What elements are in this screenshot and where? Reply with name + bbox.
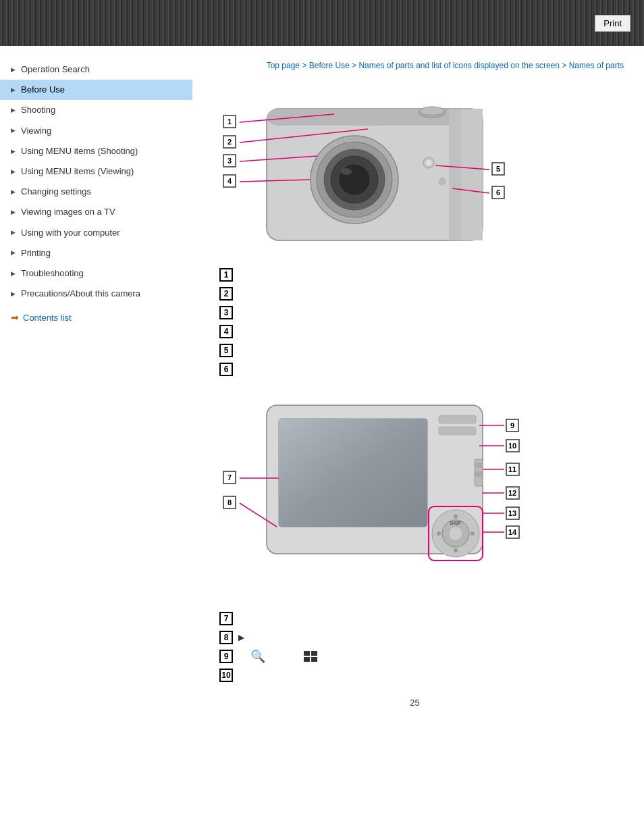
part-num-4: 4 <box>219 325 233 338</box>
svg-text:DISP: DISP <box>450 521 462 525</box>
sidebar-item-viewing[interactable]: ▶ Viewing <box>0 121 192 141</box>
svg-text:4: 4 <box>227 177 232 185</box>
sidebar-item-changing-settings[interactable]: ▶ Changing settings <box>0 182 192 202</box>
svg-rect-3 <box>461 109 483 240</box>
svg-text:12: 12 <box>508 489 516 497</box>
breadcrumb-sep2: > <box>352 61 358 70</box>
breadcrumb-sep1: > <box>302 61 308 70</box>
grid-icon <box>303 650 318 662</box>
arrow-icon: ▶ <box>11 188 16 197</box>
sidebar-item-shooting[interactable]: ▶ Shooting <box>0 100 192 120</box>
sidebar-item-label: Printing <box>21 247 51 259</box>
part-row-9: 9 🔍 <box>219 648 630 665</box>
svg-point-44 <box>454 548 458 552</box>
sidebar-item-label: Precautions/About this camera <box>21 288 140 300</box>
svg-text:8: 8 <box>227 498 232 506</box>
part-row-5: 5 <box>219 342 630 359</box>
svg-text:10: 10 <box>508 442 516 450</box>
sidebar-item-label: Changing settings <box>21 186 91 198</box>
arrow-icon: ▶ <box>11 290 16 298</box>
sidebar-item-troubleshooting[interactable]: ▶ Troubleshooting <box>0 263 192 284</box>
back-camera-section: DISP <box>199 385 630 596</box>
main-layout: ▶ Operation Search ▶ Before Use ▶ Shooti… <box>0 46 644 735</box>
sidebar-item-label: Using MENU items (Shooting) <box>21 145 138 157</box>
breadcrumb-names-full[interactable]: Names of parts and list of icons display… <box>358 61 560 70</box>
front-parts-list: 1 2 3 4 5 6 <box>219 266 630 378</box>
svg-text:1: 1 <box>227 118 232 126</box>
sidebar-item-label: Operation Search <box>21 63 90 76</box>
content-area: Top page > Before Use > Names of parts a… <box>192 53 644 735</box>
part-num-3: 3 <box>219 306 233 319</box>
arrow-icon: ▶ <box>11 269 16 278</box>
svg-text:3: 3 <box>227 157 232 165</box>
arrow-icon: ▶ <box>11 249 16 257</box>
contents-arrow-icon: ➡ <box>11 312 19 323</box>
part-num-1: 1 <box>219 268 233 282</box>
arrow-icon: ▶ <box>11 86 16 95</box>
svg-point-5 <box>420 107 444 115</box>
arrow-icon: ▶ <box>11 228 16 237</box>
svg-text:14: 14 <box>508 528 517 536</box>
arrow-icon: ▶ <box>11 167 16 176</box>
zoom-icon: 🔍 <box>250 649 265 664</box>
print-button[interactable]: Print <box>595 15 630 32</box>
part-num-5: 5 <box>219 344 233 357</box>
svg-point-13 <box>425 159 432 166</box>
sidebar-item-label: Troubleshooting <box>21 267 84 280</box>
svg-rect-76 <box>311 651 317 656</box>
svg-point-46 <box>471 531 475 536</box>
back-camera-svg: DISP <box>199 385 591 594</box>
sidebar-item-operation-search[interactable]: ▶ Operation Search <box>0 59 192 80</box>
svg-text:13: 13 <box>508 509 516 517</box>
part-num-8: 8 <box>219 631 233 644</box>
svg-text:2: 2 <box>227 138 232 146</box>
part-num-6: 6 <box>219 363 233 376</box>
arrow-icon: ▶ <box>11 106 16 115</box>
svg-text:7: 7 <box>227 473 232 481</box>
sidebar-item-label: Viewing <box>21 125 51 137</box>
svg-text:9: 9 <box>510 421 514 429</box>
part-row-1: 1 <box>219 266 630 284</box>
back-parts-list: 7 8 ▶ 9 🔍 10 <box>219 610 630 684</box>
breadcrumb-top[interactable]: Top page <box>267 61 300 70</box>
part-label-8: ▶ <box>238 633 244 642</box>
part-row-7: 7 <box>219 610 630 627</box>
svg-rect-75 <box>304 651 310 656</box>
svg-rect-36 <box>279 419 427 527</box>
page-number: 25 <box>199 698 630 721</box>
contents-list-link[interactable]: ➡ Contents list <box>0 307 192 328</box>
svg-rect-37 <box>439 415 476 423</box>
svg-point-45 <box>437 531 441 536</box>
sidebar-item-viewing-tv[interactable]: ▶ Viewing images on a TV <box>0 202 192 222</box>
part-row-4: 4 <box>219 323 630 340</box>
sidebar-item-printing[interactable]: ▶ Printing <box>0 243 192 263</box>
back-camera-diagram: DISP <box>199 385 630 596</box>
part-num-10: 10 <box>219 669 233 682</box>
svg-rect-78 <box>311 657 317 662</box>
arrow-icon: ▶ <box>11 66 16 74</box>
sidebar-item-label: Viewing images on a TV <box>21 206 115 218</box>
sidebar-item-using-menu-shooting[interactable]: ▶ Using MENU items (Shooting) <box>0 141 192 161</box>
svg-rect-77 <box>304 657 310 662</box>
svg-rect-38 <box>439 427 476 435</box>
front-camera-svg: 1 2 3 4 5 6 <box>199 82 591 251</box>
arrow-icon: ▶ <box>11 147 16 156</box>
svg-rect-58 <box>475 471 483 477</box>
sidebar-item-using-menu-viewing[interactable]: ▶ Using MENU items (Viewing) <box>0 161 192 182</box>
sidebar: ▶ Operation Search ▶ Before Use ▶ Shooti… <box>0 53 192 735</box>
part-row-8: 8 ▶ <box>219 629 630 646</box>
contents-list-label: Contents list <box>23 313 72 323</box>
part-num-7: 7 <box>219 612 233 625</box>
sidebar-item-before-use[interactable]: ▶ Before Use <box>0 80 192 100</box>
svg-point-14 <box>439 178 446 185</box>
sidebar-item-using-computer[interactable]: ▶ Using with your computer <box>0 223 192 243</box>
sidebar-item-precautions[interactable]: ▶ Precautions/About this camera <box>0 284 192 304</box>
sidebar-item-label: Using MENU items (Viewing) <box>21 165 134 178</box>
breadcrumb: Top page > Before Use > Names of parts a… <box>199 59 630 72</box>
breadcrumb-sep3: > <box>562 61 568 70</box>
breadcrumb-before-use[interactable]: Before Use <box>309 61 350 70</box>
sidebar-item-label: Shooting <box>21 104 55 116</box>
svg-point-43 <box>454 515 458 519</box>
svg-rect-57 <box>475 463 483 468</box>
part-row-2: 2 <box>219 285 630 303</box>
